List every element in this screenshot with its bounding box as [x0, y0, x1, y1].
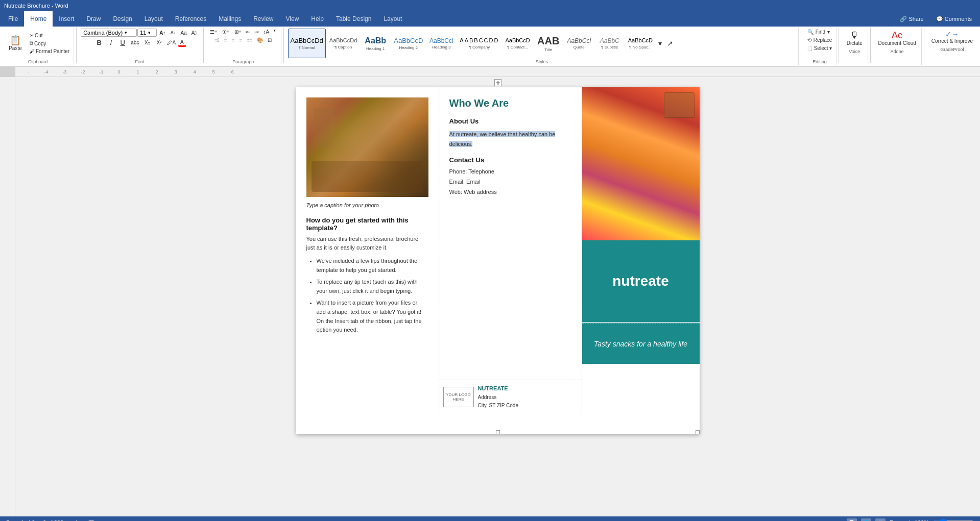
subscript-button[interactable]: X₂ [141, 39, 153, 46]
tab-insert[interactable]: Insert [53, 11, 80, 27]
zoom-slider[interactable] [933, 518, 974, 521]
view-print-button[interactable]: 📄 [847, 518, 857, 521]
style-company[interactable]: AABBCCDD ¶ Company [457, 29, 501, 58]
grow-font-button[interactable]: A↑ [157, 30, 168, 36]
tab-layout2[interactable]: Layout [377, 11, 408, 27]
tab-design[interactable]: Design [107, 11, 138, 27]
document-cloud-button[interactable]: Ac Document Cloud [875, 29, 919, 48]
select-label: Select ▾ [814, 45, 832, 51]
style-heading1[interactable]: AaBb Heading 1 [361, 29, 390, 58]
font-size-selector[interactable]: 11 ▾ [137, 29, 157, 37]
tab-review[interactable]: Review [247, 11, 279, 27]
italic-button[interactable]: I [105, 38, 116, 47]
tab-file[interactable]: File [2, 11, 24, 27]
tab-layout[interactable]: Layout [138, 11, 169, 27]
tab-view[interactable]: View [280, 11, 305, 27]
styles-scroll-down[interactable]: ▾ [656, 39, 664, 48]
paste-button[interactable]: 📋 Paste [4, 34, 27, 53]
cut-button[interactable]: ✂ Cut [28, 32, 71, 39]
adobe-icon: Ac [892, 31, 902, 40]
superscript-button[interactable]: X² [153, 39, 164, 46]
bold-button[interactable]: B [93, 38, 105, 47]
shading-button[interactable]: 🎨 [255, 37, 265, 43]
share-button[interactable]: 🔗 Share [894, 11, 929, 27]
select-icon: ⬚ [807, 45, 812, 51]
style-heading2[interactable]: AaBbCcD Heading 2 [391, 29, 425, 58]
view-web-button[interactable]: 🌐 [861, 518, 871, 521]
clipboard-label: Clipboard [4, 59, 71, 64]
right-panel[interactable]: nutreate Tasty snacks for a healthy life [582, 87, 700, 414]
move-handle[interactable]: ✛ [494, 79, 501, 86]
left-panel[interactable]: Type a caption for your photo How do you… [296, 87, 439, 414]
proofing-icon: 📖 [88, 519, 95, 522]
brand-box: nutreate [582, 240, 700, 322]
style-quote[interactable]: AaBbCcl Quote [564, 29, 594, 58]
paragraph-group: ☰≡ ①≡ ⊞≡ ⇤ ⇥ ↕A ¶ ≡⃝ ≡ ≡ ≡ ↕≡ 🎨 ⊡ Paragr… [206, 28, 281, 65]
comments-button[interactable]: 💬 Comments [930, 11, 978, 27]
copy-button[interactable]: ⧉ Copy [28, 40, 71, 47]
find-button[interactable]: 🔍 Find ▾ [805, 29, 832, 35]
line-spacing-button[interactable]: ↕≡ [245, 37, 254, 43]
tab-references[interactable]: References [169, 11, 212, 27]
font-family-value: Cambria (Body) [83, 30, 123, 36]
format-painter-button[interactable]: 🖌 Format Painter [28, 48, 71, 55]
select-button[interactable]: ⬚ Select ▾ [805, 45, 834, 52]
format-painter-label: Format Painter [36, 48, 69, 54]
clear-format-button[interactable]: A⃝ [189, 30, 199, 36]
underline-button[interactable]: U [117, 38, 128, 47]
center-panel[interactable]: Who We Are About Us At nutreate, we beli… [439, 87, 582, 414]
bullet-1: We've included a few tips throughout the… [317, 257, 428, 275]
style-caption[interactable]: AaBbCcDd ¶ Caption [327, 29, 360, 58]
search-icon: 🔍 [807, 29, 814, 35]
tab-mailings[interactable]: Mailings [212, 11, 247, 27]
replace-button[interactable]: ⟲ Replace [805, 37, 834, 43]
voice-group: 🎙 Dictate Voice [841, 28, 868, 65]
contact-section: Contact Us Phone: Telephone Email: Email… [449, 156, 571, 197]
correct-improve-button[interactable]: ✓→ Correct & Improve [928, 29, 976, 46]
separator-3 [283, 28, 284, 63]
voice-label: Voice [843, 49, 866, 54]
style-subtitle[interactable]: AaBbC ¶ Subtitle [595, 29, 625, 58]
case-button[interactable]: Aa [178, 30, 188, 36]
font-color-button[interactable]: A [178, 39, 186, 47]
about-heading: About Us [449, 117, 571, 125]
clipboard-group: 📋 Paste ✂ Cut ⧉ Copy 🖌 Format Painter Cl… [2, 28, 74, 65]
increase-indent-button[interactable]: ⇥ [252, 29, 260, 35]
style-nospace[interactable]: AaBbCcD ¶ No Spac... [626, 29, 655, 58]
font-family-dropdown-icon: ▾ [125, 30, 127, 35]
show-marks-button[interactable]: ¶ [272, 29, 278, 35]
view-read-button[interactable]: 📖 [875, 518, 886, 521]
dictate-button[interactable]: 🎙 Dictate [843, 29, 866, 48]
style-heading3[interactable]: AaBbCcl Heading 3 [426, 29, 456, 58]
tab-table-design[interactable]: Table Design [330, 11, 377, 27]
align-right-button[interactable]: ≡ [230, 37, 237, 43]
gradeproof-group: ✓→ Correct & Improve GradeProof [926, 28, 978, 65]
corner-resize-handle[interactable] [696, 430, 700, 434]
document-scroll[interactable]: ✛ Type [15, 77, 980, 516]
align-left-button[interactable]: ≡⃝ [212, 37, 222, 43]
tab-draw[interactable]: Draw [80, 11, 107, 27]
decrease-indent-button[interactable]: ⇤ [244, 29, 252, 35]
style-contact[interactable]: AaBbCcD ¶ Contact... [503, 29, 532, 58]
strikethrough-button[interactable]: abc [129, 39, 141, 46]
status-bar: Page 1 of 2 9 of 388 words 📖 📄 🌐 📖 Focus… [0, 516, 980, 521]
style-normal[interactable]: AaBbCcDd ¶ Normal [288, 29, 326, 58]
bullets-button[interactable]: ☰≡ [208, 29, 220, 35]
sort-button[interactable]: ↕A [261, 29, 271, 35]
bottom-resize-handle[interactable] [496, 430, 500, 434]
numbering-button[interactable]: ①≡ [220, 29, 232, 35]
styles-dialog[interactable]: ↗ [665, 39, 675, 48]
shrink-font-button[interactable]: A↓ [168, 30, 178, 36]
borders-button[interactable]: ⊡ [266, 37, 274, 43]
justify-button[interactable]: ≡ [237, 37, 244, 43]
multilevel-button[interactable]: ⊞≡ [232, 29, 244, 35]
contact-info: Phone: Telephone Email: Email Web: Web a… [449, 167, 571, 197]
style-title[interactable]: AAB Title [534, 29, 563, 58]
tab-help[interactable]: Help [305, 11, 330, 27]
microphone-icon: 🎙 [850, 31, 859, 40]
font-family-selector[interactable]: Cambria (Body) ▾ [81, 29, 137, 37]
text-highlight-button[interactable]: 🖊A [165, 39, 178, 46]
correct-improve-label: Correct & Improve [931, 38, 973, 44]
align-center-button[interactable]: ≡ [222, 37, 229, 43]
tab-home[interactable]: Home [24, 11, 53, 27]
